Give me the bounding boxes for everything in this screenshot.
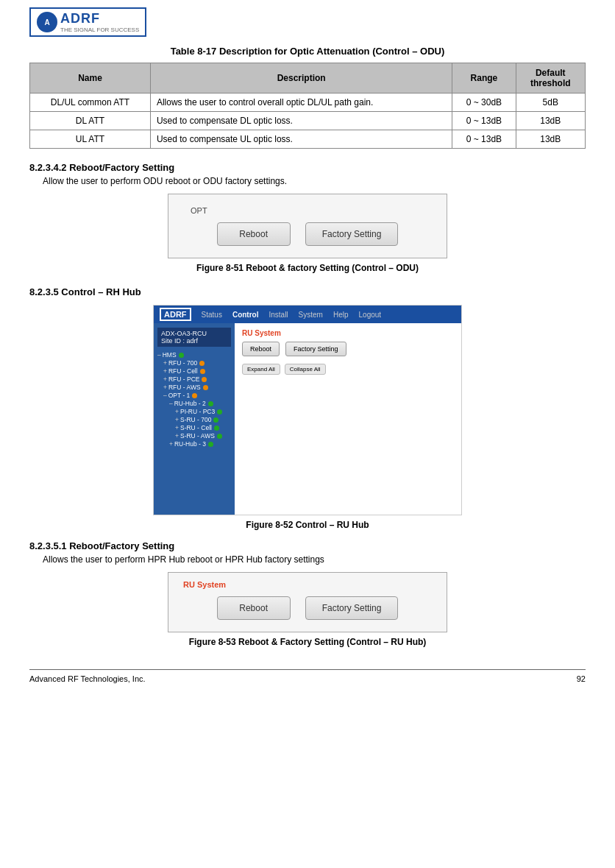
cell-desc: Used to compensate DL optic loss. [150,112,452,130]
table-row: UL ATT Used to compensate UL optic loss.… [30,130,586,149]
nav-system[interactable]: System [299,311,323,319]
figure-51-container: OPT Reboot Factory Setting Figure 8-51 R… [29,194,586,273]
tree-item: + S-RU - 700 [157,416,231,423]
fig52-reboot-btn[interactable]: Reboot [242,342,280,356]
attenuation-table: Name Description Range Defaultthreshold … [29,63,586,149]
figure-52-caption: Figure 8-52 Control – RU Hub [246,520,369,530]
cell-name: DL/UL common ATT [30,93,151,112]
tree-item: + RFU - AWS [157,384,231,391]
fig52-factory-btn[interactable]: Factory Setting [285,342,346,356]
cell-default: 13dB [516,112,586,130]
col-range: Range [452,63,516,93]
footer-company: Advanced RF Technologies, Inc. [29,674,146,683]
fig52-btn-row: Reboot Factory Setting [242,342,454,356]
footer-page: 92 [577,674,586,683]
fig52-navbar: ADRF Status Control Install System Help … [154,306,461,323]
cell-default: 13dB [516,130,586,149]
fig52-screenshot: ADRF Status Control Install System Help … [153,305,462,515]
tree-item: – OPT - 1 [157,392,231,399]
cell-name: DL ATT [30,112,151,130]
ru-system-box: RU System Reboot Factory Setting [168,572,447,632]
nav-control[interactable]: Control [232,311,259,319]
opt-button-row: Reboot Factory Setting [217,222,399,246]
cell-range: 0 ~ 13dB [452,130,516,149]
table-row: DL/UL common ATT Allows the user to cont… [30,93,586,112]
cell-desc: Allows the user to control overall optic… [150,93,452,112]
header-logo: A ADRF THE SIGNAL FOR SUCCESS [29,7,586,37]
tree-item: + RFU - Cell [157,367,231,375]
nav-logout[interactable]: Logout [359,311,382,319]
section-8235-heading: 8.2.3.5 Control – RH Hub [29,286,586,297]
col-description: Description [150,63,452,93]
table-row: DL ATT Used to compensate DL optic loss.… [30,112,586,130]
cell-range: 0 ~ 30dB [452,93,516,112]
tree-item: + RFU - PCE [157,375,231,383]
figure-51-caption: Figure 8-51 Reboot & factory Setting (Co… [196,263,419,273]
tree-item: + PI-RU - PC3 [157,408,231,415]
tree-container: – HMS + RFU - 700 + RFU - Cell + RFU - P… [157,351,231,448]
figure-53-caption: Figure 8-53 Reboot & Factory Setting (Co… [189,637,427,647]
table-title: Table 8-17 Description for Optic Attenua… [29,46,586,57]
fig52-logo: ADRF [160,308,191,321]
cell-desc: Used to compensate UL optic loss. [150,130,452,149]
opt-label: OPT [191,206,207,215]
ru-button-row: Reboot Factory Setting [217,596,399,620]
nav-install[interactable]: Install [269,311,288,319]
section-8234-heading: 8.2.3.4.2 Reboot/Factory Setting [29,162,586,173]
fig52-ru-system-label: RU System [242,329,454,337]
section-82351-body: Allows the user to perform HPR Hub reboo… [43,554,586,565]
col-default: Defaultthreshold [516,63,586,93]
fig52-expand-row: Expand All Collapse All [242,364,454,375]
cell-range: 0 ~ 13dB [452,112,516,130]
col-name: Name [30,63,151,93]
fig52-device-id: ADX-OA3-RCU Site ID : adrf [157,328,231,347]
nav-status[interactable]: Status [202,311,222,319]
tree-item: – HMS [157,351,231,359]
tree-item: + RFU - 700 [157,359,231,367]
ru-factory-button[interactable]: Factory Setting [305,596,399,620]
section-8234-body: Allow the user to perform ODU reboot or … [43,176,586,186]
ru-system-label: RU System [183,580,226,589]
logo-initial: A [44,18,49,27]
tree-item: + RU-Hub - 3 [157,440,231,448]
footer: Advanced RF Technologies, Inc. 92 [29,669,586,683]
tree-item: – RU-Hub - 2 [157,400,231,407]
nav-help[interactable]: Help [333,311,349,319]
opt-reboot-button[interactable]: Reboot [217,222,291,246]
figure-53-container: RU System Reboot Factory Setting Figure … [29,572,586,647]
fig52-body: ADX-OA3-RCU Site ID : adrf – HMS + RFU -… [154,323,461,515]
logo-adrf-text: ADRF [60,11,139,27]
opt-box: OPT Reboot Factory Setting [168,194,447,258]
opt-factory-button[interactable]: Factory Setting [305,222,399,246]
fig52-expand-all[interactable]: Expand All [242,364,280,375]
fig52-collapse-all[interactable]: Collapse All [285,364,326,375]
logo-tagline: THE SIGNAL FOR SUCCESS [60,27,139,33]
fig52-sidebar: ADX-OA3-RCU Site ID : adrf – HMS + RFU -… [154,323,235,515]
tree-item: + S-RU - AWS [157,432,231,440]
section-82351-heading: 8.2.3.5.1 Reboot/Factory Setting [29,540,586,551]
fig52-main: RU System Reboot Factory Setting Expand … [235,323,461,515]
ru-reboot-button[interactable]: Reboot [217,596,291,620]
logo-circle: A [37,12,57,32]
logo-box: A ADRF THE SIGNAL FOR SUCCESS [29,7,146,37]
cell-name: UL ATT [30,130,151,149]
figure-52-container: ADRF Status Control Install System Help … [29,305,586,530]
tree-item: + S-RU - Cell [157,424,231,431]
cell-default: 5dB [516,93,586,112]
